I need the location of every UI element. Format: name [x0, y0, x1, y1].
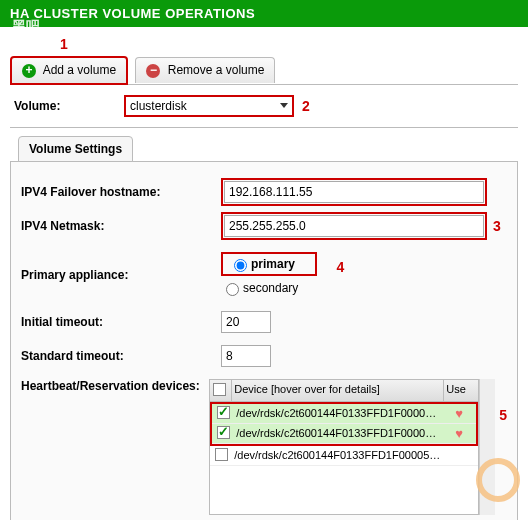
volume-label: Volume: [14, 99, 124, 113]
primary-appliance-row: Primary appliance: primary 4 secondary [21, 246, 507, 305]
heartbeat-row: Heartbeat/Reservation devices: Device [h… [21, 373, 507, 520]
volume-settings-tab[interactable]: Volume Settings [18, 136, 133, 162]
ipv4-netmask-row: IPV4 Netmask: 3 [21, 206, 507, 246]
secondary-radio-wrap[interactable]: secondary [221, 280, 312, 296]
watermark-text: 黑吧 [12, 18, 40, 36]
ipv4-netmask-label: IPV4 Netmask: [21, 219, 221, 233]
device-path: /dev/rdsk/c2t600144F0133FFD1F000055... [234, 427, 442, 439]
initial-timeout-input[interactable] [221, 311, 271, 333]
page-header: HA CLUSTER VOLUME OPERATIONS [0, 0, 528, 27]
device-body-used: /dev/rdsk/c2t600144F0133FFD1F000055... ♥… [210, 402, 478, 446]
initial-timeout-label: Initial timeout: [21, 315, 221, 329]
heartbeat-label: Heartbeat/Reservation devices: [21, 379, 209, 393]
device-table: Device [hover over for details] Use /dev… [209, 379, 479, 515]
row-checkbox[interactable] [217, 426, 230, 439]
remove-volume-tab[interactable]: − Remove a volume [135, 57, 275, 83]
volume-row: Volume: clusterdisk 2 [10, 85, 518, 128]
content-area: 1 + Add a volume − Remove a volume Volum… [0, 27, 528, 520]
secondary-radio-label: secondary [243, 281, 298, 295]
row-checkbox[interactable] [215, 448, 228, 461]
primary-radio[interactable] [234, 259, 247, 272]
ipv4-hostname-label: IPV4 Failover hostname: [21, 185, 221, 199]
callout-4: 4 [336, 259, 344, 275]
table-row[interactable]: /dev/rdsk/c2t600144F0133FFD1F000055... [210, 446, 478, 466]
minus-icon: − [146, 64, 160, 78]
remove-volume-label: Remove a volume [168, 63, 265, 77]
plus-icon: + [22, 64, 36, 78]
primary-radio-wrap[interactable]: primary [221, 252, 317, 276]
primary-appliance-label: Primary appliance: [21, 268, 221, 282]
callout-2: 2 [302, 98, 310, 114]
callout-1: 1 [60, 36, 68, 52]
row-checkbox[interactable] [217, 406, 230, 419]
add-volume-tab[interactable]: + Add a volume [10, 56, 128, 85]
ipv4-netmask-input[interactable] [224, 215, 484, 237]
select-all-checkbox[interactable] [213, 383, 226, 396]
initial-timeout-row: Initial timeout: [21, 305, 507, 339]
ipv4-hostname-input[interactable] [224, 181, 484, 203]
add-volume-label: Add a volume [43, 63, 116, 77]
standard-timeout-row: Standard timeout: [21, 339, 507, 373]
top-tabs: + Add a volume − Remove a volume [10, 55, 518, 85]
device-body-rest: /dev/rdsk/c2t600144F0133FFD1F000055... [210, 446, 478, 514]
volume-value: clusterdisk [130, 99, 187, 113]
standard-timeout-label: Standard timeout: [21, 349, 221, 363]
device-col-header: Device [hover over for details] [232, 380, 444, 401]
standard-timeout-input[interactable] [221, 345, 271, 367]
heart-icon: ♥ [455, 426, 463, 441]
page-title: HA CLUSTER VOLUME OPERATIONS [10, 6, 255, 21]
device-path: /dev/rdsk/c2t600144F0133FFD1F000055... [232, 449, 444, 461]
use-col-header: Use [444, 380, 478, 401]
chevron-down-icon [280, 103, 288, 108]
secondary-radio[interactable] [226, 283, 239, 296]
primary-radio-label: primary [251, 257, 295, 271]
device-table-head: Device [hover over for details] Use [210, 380, 478, 402]
volume-select[interactable]: clusterdisk [124, 95, 294, 117]
device-path: /dev/rdsk/c2t600144F0133FFD1F000055... [234, 407, 442, 419]
heart-icon: ♥ [455, 406, 463, 421]
callout-3: 3 [493, 218, 501, 234]
settings-panel: IPV4 Failover hostname: IPV4 Netmask: 3 … [10, 161, 518, 520]
callout-5: 5 [499, 407, 507, 423]
table-row[interactable]: /dev/rdsk/c2t600144F0133FFD1F000055... ♥ [212, 404, 476, 424]
table-row[interactable]: /dev/rdsk/c2t600144F0133FFD1F000055... ♥ [212, 424, 476, 444]
watermark-icon [476, 458, 520, 502]
